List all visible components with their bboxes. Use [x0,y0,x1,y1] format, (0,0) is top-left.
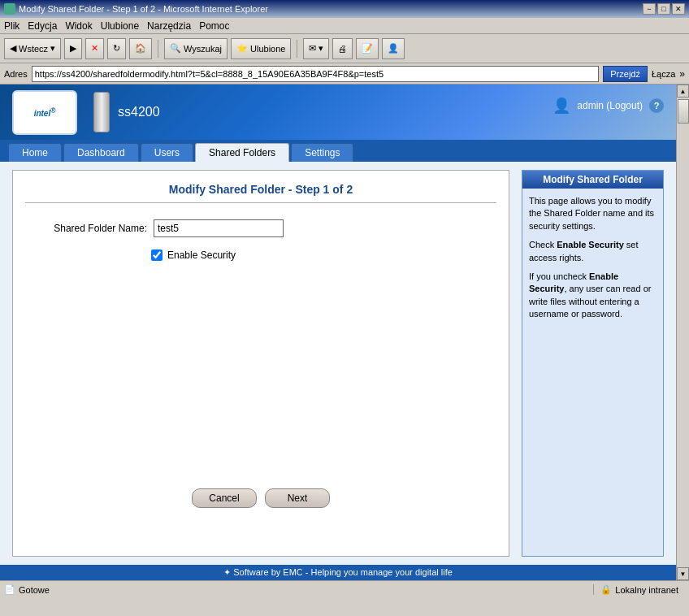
tab-home[interactable]: Home [8,143,62,162]
help-p2: Check Enable Security set access rights. [529,239,656,264]
main-form: Modify Shared Folder - Step 1 of 2 Share… [12,170,509,557]
footer-bar: ✦ Software by EMC - Helping you manage y… [0,565,676,580]
device-name: ss4200 [118,105,160,119]
user-icon: 👤 [552,97,570,115]
help-p3: If you uncheck Enable Security, any user… [529,271,656,321]
stop-button[interactable]: ✕ [85,38,104,59]
mail-button[interactable]: ✉ ▾ [303,38,329,59]
search-icon: 🔍 [170,43,181,54]
page-icon: 📄 [4,584,15,595]
help-p2-prefix: Check [529,240,557,249]
page-body: Modify Shared Folder - Step 1 of 2 Share… [0,162,676,565]
tab-shared-folders[interactable]: Shared Folders [195,143,289,162]
folder-name-input[interactable] [154,219,284,237]
toolbar: ◀ Wstecz ▾ ▶ ✕ ↻ 🏠 🔍 Wyszukaj ⭐ Ulubione… [0,34,689,63]
forward-button[interactable]: ▶ [64,38,82,59]
refresh-icon: ↻ [113,43,120,54]
status-left: 📄 Gotowe [4,584,50,595]
messenger-button[interactable]: 👤 [382,38,405,59]
favorites-button[interactable]: ⭐ Ulubione [231,38,291,59]
go-button[interactable]: Przejdź [603,66,648,82]
lock-icon: 🔒 [600,584,612,595]
scroll-thumb[interactable] [678,99,689,124]
status-right: 🔒 Lokalny intranet [593,584,685,595]
status-ready: Gotowe [19,585,50,595]
back-dropdown-icon: ▾ [50,43,55,54]
close-button[interactable]: ✕ [672,3,685,15]
button-row: Cancel Next [25,488,496,508]
address-label: Adres [4,69,28,79]
device-icon [93,92,110,132]
window-controls: − □ ✕ [643,3,685,15]
home-button[interactable]: 🏠 [129,38,152,59]
page-header: intel® ss4200 👤 admin (Logout) ? [0,85,676,140]
edit-icon: 📝 [362,43,373,54]
search-button[interactable]: 🔍 Wyszukaj [164,38,228,59]
enable-security-checkbox[interactable] [151,249,162,261]
back-arrow-icon: ◀ [10,43,16,54]
folder-name-row: Shared Folder Name: [25,219,496,237]
favorites-label: Ulubione [250,44,285,54]
user-logout-link[interactable]: admin (Logout) [577,100,643,111]
stop-icon: ✕ [91,43,98,54]
forward-arrow-icon: ▶ [70,43,76,54]
menu-bar: Plik Edycja Widok Ulubione Narzędzia Pom… [0,18,689,34]
scroll-up-arrow[interactable]: ▲ [677,85,689,98]
address-input[interactable] [32,66,600,82]
messenger-icon: 👤 [388,43,399,54]
menu-edit[interactable]: Edycja [28,20,57,32]
app-icon [4,3,15,15]
menu-view[interactable]: Widok [65,20,92,32]
help-p1: This page allows you to modify the Share… [529,195,656,232]
nav-tabs: Home Dashboard Users Shared Folders Sett… [0,140,676,162]
help-title: Modify Shared Folder [522,171,663,189]
scrollbar[interactable]: ▲ ▼ [676,85,689,580]
tab-dashboard[interactable]: Dashboard [63,143,139,162]
enable-security-row: Enable Security [151,249,496,261]
status-zone-section: 🔒 Lokalny intranet [593,584,685,595]
back-label: Wstecz [19,44,48,54]
menu-file[interactable]: Plik [4,20,20,32]
cancel-button[interactable]: Cancel [192,488,257,508]
logo-sup: ® [50,106,55,115]
maximize-button[interactable]: □ [657,3,670,15]
print-button[interactable]: 🖨 [332,38,353,59]
status-bar: 📄 Gotowe 🔒 Lokalny intranet [0,580,689,598]
mail-icon: ✉ [309,43,316,54]
address-bar: Adres Przejdź Łącza » [0,63,689,85]
home-icon: 🏠 [135,43,146,54]
links-chevron-icon: » [679,68,685,80]
intel-logo: intel® [12,90,77,135]
header-right: 👤 admin (Logout) ? [552,97,664,115]
form-divider [25,202,496,203]
help-p3-prefix: If you uncheck [529,271,589,281]
help-panel: Modify Shared Folder This page allows yo… [522,170,664,557]
tab-users[interactable]: Users [141,143,193,162]
help-p2-bold: Enable Security [557,240,624,249]
tab-settings[interactable]: Settings [291,143,353,162]
search-label: Wyszukaj [184,44,222,54]
toolbar-separator [158,40,158,58]
window-title: Modify Shared Folder - Step 1 of 2 - Mic… [19,4,268,14]
status-zone: Lokalny intranet [615,585,678,595]
help-text: This page allows you to modify the Share… [529,195,656,321]
menu-help[interactable]: Pomoc [199,20,229,32]
edit-button[interactable]: 📝 [356,38,379,59]
help-button[interactable]: ? [649,98,664,113]
footer-text: ✦ Software by EMC - Helping you manage y… [223,567,453,577]
title-bar: Modify Shared Folder - Step 1 of 2 - Mic… [0,0,689,18]
scroll-down-arrow[interactable]: ▼ [677,567,689,580]
content-area: intel® ss4200 👤 admin (Logout) ? Home Da… [0,85,676,580]
back-button[interactable]: ◀ Wstecz ▾ [4,38,61,59]
next-button[interactable]: Next [265,488,330,508]
minimize-button[interactable]: − [643,3,656,15]
refresh-button[interactable]: ↻ [107,38,126,59]
menu-tools[interactable]: Narzędzia [147,20,191,32]
print-icon: 🖨 [338,44,347,54]
links-button[interactable]: Łącza [652,69,675,79]
enable-security-label: Enable Security [167,249,236,261]
toolbar-separator-2 [297,40,297,58]
logo-text: intel® [34,106,56,118]
menu-favorites[interactable]: Ulubione [101,20,139,32]
folder-name-label: Shared Folder Name: [25,223,147,234]
